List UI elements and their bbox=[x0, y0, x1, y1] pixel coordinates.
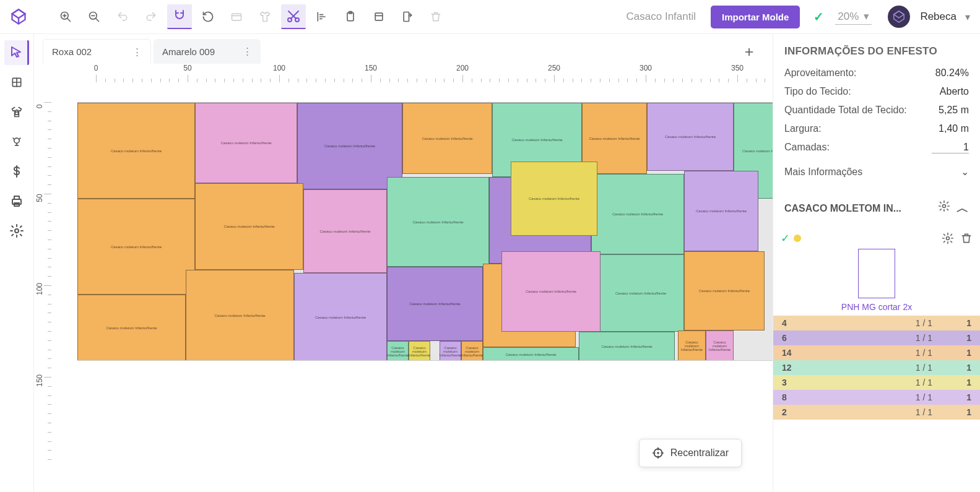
row-largura: Largura: 1,40 m bbox=[773, 119, 980, 138]
pattern-piece[interactable]: Casaco moletom Infanto/frente bbox=[186, 270, 294, 361]
size-row[interactable]: 81 / 11 bbox=[773, 390, 980, 405]
tab-more-icon[interactable]: ⋮ bbox=[132, 46, 142, 58]
ruler-vertical: 050100150 bbox=[34, 84, 53, 492]
gear-icon[interactable] bbox=[938, 200, 950, 212]
more-label: Mais Informações bbox=[784, 166, 862, 178]
pattern-piece[interactable]: Casaco moletom Infanto/frente bbox=[402, 103, 492, 174]
pattern-piece[interactable]: Casaco moletom Infanto/frente bbox=[387, 341, 409, 361]
label: Aproveitamento: bbox=[784, 67, 857, 79]
svg-line-8 bbox=[96, 19, 99, 22]
top-toolbar: Casaco Infantil Importar Molde ✓ 20% ▾ R… bbox=[0, 0, 980, 34]
canvas-area: Roxa 002 ⋮ Amarelo 009 ⋮ ＋ 0501001502002… bbox=[34, 34, 773, 492]
size-row[interactable]: 21 / 11 bbox=[773, 405, 980, 420]
info-panel: INFORMAÇÕES DO ENFESTO Aproveitamento: 8… bbox=[773, 34, 980, 492]
pattern-piece[interactable]: Casaco moletom Infanto/frente bbox=[77, 199, 195, 295]
undo-button[interactable] bbox=[110, 4, 135, 29]
clipboard-button[interactable] bbox=[338, 4, 363, 29]
pattern-piece[interactable]: Casaco moletom Infanto/frente bbox=[77, 103, 195, 199]
zoom-in-button[interactable] bbox=[53, 4, 78, 29]
pattern-piece[interactable]: Casaco moletom Infanto/frente bbox=[387, 177, 489, 267]
import-mold-button[interactable]: Importar Molde bbox=[711, 6, 800, 28]
value: 5,25 m bbox=[939, 105, 969, 116]
user-menu-arrow[interactable]: ▾ bbox=[965, 11, 970, 23]
box-button[interactable] bbox=[366, 4, 391, 29]
tab-roxa[interactable]: Roxa 002 ⋮ bbox=[43, 39, 151, 64]
zoom-dropdown[interactable]: 20% ▾ bbox=[835, 9, 872, 25]
cursor-tool[interactable] bbox=[4, 40, 29, 65]
shirt-button[interactable] bbox=[253, 4, 277, 29]
svg-marker-23 bbox=[894, 11, 904, 22]
folder-button[interactable] bbox=[224, 4, 249, 29]
settings-tool[interactable] bbox=[4, 218, 29, 243]
chevron-down-icon: ⌄ bbox=[961, 166, 969, 178]
trash-icon[interactable] bbox=[960, 232, 973, 244]
pattern-piece[interactable]: Casaco moletom Infanto/frente bbox=[461, 341, 483, 361]
pattern-piece[interactable]: Casaco moletom Infanto/frente bbox=[678, 330, 706, 361]
size-row[interactable]: 61 / 11 bbox=[773, 330, 980, 345]
pattern-piece[interactable]: Casaco moletom Infanto/frente bbox=[501, 251, 601, 332]
pattern-piece[interactable]: Casaco moletom Infanto/frente bbox=[647, 103, 734, 171]
pattern-piece[interactable]: Casaco moletom Infanto/frente bbox=[409, 341, 430, 361]
pattern-section-header[interactable]: CASACO MOLETOM IN... ︿ bbox=[773, 186, 980, 225]
pattern-piece[interactable]: Casaco moletom Infanto/frente bbox=[195, 103, 297, 183]
label: Camadas: bbox=[784, 142, 830, 153]
tab-amarelo[interactable]: Amarelo 009 ⋮ bbox=[154, 39, 261, 64]
puzzle-tool[interactable] bbox=[4, 70, 29, 95]
pattern-piece[interactable]: Casaco moletom Infanto/frente bbox=[294, 273, 387, 361]
pattern-piece[interactable]: Casaco moletom Infanto/frente bbox=[77, 295, 186, 361]
pattern-piece[interactable]: Casaco moletom Infanto/frente bbox=[511, 162, 597, 236]
pattern-piece[interactable]: Casaco moletom Infanto/frente bbox=[579, 332, 675, 361]
print-tool[interactable] bbox=[4, 189, 29, 214]
svg-point-29 bbox=[14, 138, 19, 143]
pattern-piece[interactable]: Casaco moletom Infanto/frente bbox=[195, 183, 303, 270]
size-row[interactable]: 121 / 11 bbox=[773, 360, 980, 375]
svg-rect-20 bbox=[375, 13, 383, 20]
row-camadas: Camadas: bbox=[773, 138, 980, 157]
export-button[interactable] bbox=[395, 4, 420, 29]
tab-label: Amarelo 009 bbox=[162, 46, 236, 57]
redo-button[interactable] bbox=[139, 4, 163, 29]
user-avatar[interactable] bbox=[888, 6, 910, 28]
pattern-piece[interactable]: Casaco moletom Infanto/frente bbox=[483, 347, 579, 361]
nesting-area[interactable]: Casaco moletom Infanto/frenteCasaco mole… bbox=[77, 102, 773, 361]
more-info-toggle[interactable]: Mais Informações ⌄ bbox=[773, 157, 980, 186]
cut-button[interactable] bbox=[281, 4, 306, 29]
pattern-piece[interactable]: Casaco moletom Infanto/frente bbox=[597, 254, 684, 332]
lock-tool[interactable] bbox=[4, 100, 29, 124]
gear-icon[interactable] bbox=[942, 232, 954, 244]
tab-more-icon[interactable]: ⋮ bbox=[243, 46, 252, 57]
left-sidebar bbox=[0, 34, 34, 492]
size-row[interactable]: 141 / 11 bbox=[773, 345, 980, 360]
svg-line-33 bbox=[19, 138, 20, 139]
bulb-tool[interactable] bbox=[4, 129, 29, 154]
refresh-button[interactable] bbox=[196, 4, 220, 29]
part-thumbnail[interactable] bbox=[858, 249, 895, 298]
pattern-piece[interactable]: Casaco moletom Infanto/frente bbox=[591, 174, 684, 254]
camadas-input[interactable] bbox=[932, 142, 969, 153]
chevron-up-icon: ︿ bbox=[956, 200, 969, 217]
zoom-out-button[interactable] bbox=[82, 4, 106, 29]
pattern-piece[interactable]: Casaco moletom Infanto/frente bbox=[684, 251, 765, 330]
size-row[interactable]: 31 / 11 bbox=[773, 375, 980, 390]
project-name: Casaco Infantil bbox=[627, 11, 696, 23]
align-button[interactable] bbox=[310, 4, 334, 29]
magnet-button[interactable] bbox=[167, 4, 192, 29]
canvas[interactable]: 050100150200250300350 050100150 Casaco m… bbox=[34, 65, 773, 492]
price-tool[interactable] bbox=[4, 159, 29, 184]
add-tab-button[interactable]: ＋ bbox=[734, 41, 764, 61]
delete-button[interactable] bbox=[423, 4, 448, 29]
panel-title: INFORMAÇÕES DO ENFESTO bbox=[773, 34, 980, 64]
pattern-piece[interactable]: Casaco moletom Infanto/frente bbox=[706, 330, 734, 361]
tab-label: Roxa 002 bbox=[52, 46, 126, 57]
check-icon: ✓ bbox=[781, 232, 790, 244]
pattern-piece[interactable]: Casaco moletom Infanto/frente bbox=[440, 341, 461, 361]
value: 80.24% bbox=[935, 67, 969, 79]
svg-marker-1 bbox=[12, 9, 25, 18]
pattern-piece[interactable]: Casaco moletom Infanto/frente bbox=[387, 267, 483, 341]
save-check-icon: ✓ bbox=[813, 9, 824, 24]
pattern-piece[interactable]: Casaco moletom Infanto/frente bbox=[303, 189, 387, 273]
pattern-piece[interactable]: Casaco moletom Infanto/frente bbox=[684, 171, 758, 251]
pattern-piece[interactable]: Casaco moletom Infanto/frente bbox=[297, 103, 402, 189]
size-row[interactable]: 41 / 11 bbox=[773, 316, 980, 330]
recenter-button[interactable]: Recentralizar bbox=[639, 439, 742, 467]
